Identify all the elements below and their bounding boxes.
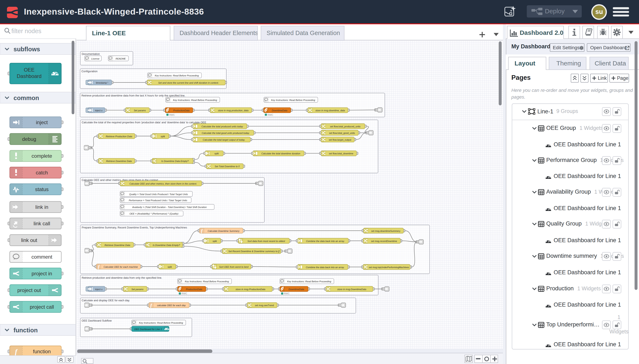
svg-text:Is Downtime Data Empty?: Is Downtime Data Empty? — [153, 244, 180, 246]
svg-text:link call: link call — [34, 221, 50, 226]
svg-text:Key Instructions: Read Before: Key Instructions: Read Before Proceeding — [139, 322, 183, 324]
svg-text:set msg.recentDowntime: set msg.recentDowntime — [371, 240, 397, 242]
svg-text:Calculate the total of the req: Calculate the total of the required prop… — [82, 121, 206, 124]
svg-text:Quality = Total Good Units Pro: Quality = Total Good Units Produced / To… — [129, 193, 188, 195]
svg-text:RWC: RWC — [284, 292, 289, 295]
svg-text:Availavity = (Total Shift Dura: Availavity = (Total Shift Duration - Tot… — [132, 206, 207, 208]
svg-text:function: function — [14, 327, 38, 334]
svg-text:set flow.total_downtime: set flow.total_downtime — [329, 152, 353, 155]
svg-text:Calculate the total downtime d: Calculate the total downtime duration — [261, 152, 300, 155]
svg-text:Set params: Set params — [131, 288, 144, 290]
svg-text:Sort OEE from worst to best: Sort OEE from worst to best — [219, 266, 249, 268]
svg-text:Combine the data back into an: Combine the data back into an array. — [306, 266, 345, 268]
svg-text:store in msg.ProductionData: store in msg.ProductionData — [235, 288, 265, 290]
svg-text:Dashboard: Dashboard — [17, 73, 42, 79]
svg-text:inject υ: inject υ — [95, 288, 103, 290]
svg-text:RWC: RWC — [181, 292, 187, 295]
svg-text:Performance = Total Produced U: Performance = Total Produced Units / Tot… — [129, 199, 187, 202]
svg-text:set flow.total_good_units: set flow.total_good_units — [329, 132, 355, 134]
svg-text:project call: project call — [30, 304, 54, 310]
svg-text:link in: link in — [35, 204, 48, 210]
svg-text:complete: complete — [32, 153, 52, 159]
svg-text:Calculate OEE and other metric: Calculate OEE and other metrics, then st… — [129, 182, 197, 185]
svg-text:store in msg.production_data: store in msg.production_data — [218, 109, 248, 112]
svg-text:debug: debug — [22, 136, 36, 142]
svg-text:Prepare Downtime Summary, Rece: Prepare Downtime Summary, Recent Downtim… — [82, 226, 187, 229]
svg-text:split: split — [168, 266, 172, 268]
svg-text:Key Instructions: Read Before: Key Instructions: Read Before Proceeding — [271, 98, 315, 101]
svg-text:Configuration: Configuration — [81, 70, 97, 73]
svg-text:ProductionData: ProductionData — [173, 109, 189, 112]
svg-text:Set and store the current line: Set and store the current line and shift… — [158, 81, 219, 84]
svg-text:inject υ: inject υ — [95, 109, 103, 112]
svg-text:Retrieve Downtime Data: Retrieve Downtime Data — [106, 160, 132, 162]
svg-text:DowntimeData: DowntimeData — [289, 288, 304, 290]
svg-text:link out: link out — [21, 237, 37, 243]
svg-text:Key Instructions: Read Before: Key Instructions: Read Before Proceeding — [287, 280, 331, 283]
svg-text:timestamp ¹: timestamp ¹ — [96, 81, 108, 84]
svg-text:Retrieve production and downti: Retrieve production and downtime data fr… — [81, 94, 185, 97]
svg-text:split: split — [214, 152, 219, 155]
svg-text:Combine the data back into an: Combine the data back into an array. — [306, 240, 345, 242]
svg-text:Key Instructions: Read Before: Key Instructions: Read Before Proceeding — [185, 280, 229, 283]
svg-text:project in: project in — [32, 271, 52, 276]
svg-text:OEE = (Availability) * (Perfor: OEE = (Availability) * (Performance) * (… — [130, 212, 179, 215]
svg-text:Sort data from most recent to: Sort data from most recent to oldest — [247, 240, 285, 242]
svg-text:Set Recent Downtime & Downtime: Set Recent Downtime & Downtime summery t… — [228, 250, 279, 252]
svg-text:Calculate the total good units: Calculate the total good units produced … — [202, 132, 249, 134]
svg-text:Is Downtime Data Empty?: Is Downtime Data Empty? — [161, 160, 189, 162]
svg-text:Key Instructions: Read Before: Key Instructions: Read Before Proceeding — [173, 98, 217, 101]
svg-text:store in msg.downtime_data: store in msg.downtime_data — [315, 109, 345, 112]
svg-text:Calculate and display OEE for: Calculate and display OEE for each day. — [82, 299, 130, 302]
svg-text:set msg.topUnderPerformingMach: set msg.topUnderPerformingMachines — [369, 266, 409, 268]
svg-text:catch: catch — [36, 170, 48, 176]
svg-text:Set Total Downtime to 0: Set Total Downtime to 0 — [215, 165, 240, 168]
svg-text:comment: comment — [32, 254, 52, 260]
svg-text:set msg.downtimeSummery: set msg.downtimeSummery — [371, 230, 400, 232]
svg-text:set flow.total_produced_units: set flow.total_produced_units — [330, 125, 361, 128]
svg-text:split: split — [213, 240, 217, 242]
svg-text:OEE Dashboard for Line 1: OEE Dashboard for Line 1 — [134, 328, 162, 330]
svg-text:store in msg.DowntimeData: store in msg.DowntimeData — [337, 288, 366, 290]
svg-text:ProductionData: ProductionData — [186, 288, 202, 290]
svg-text:RWC: RWC — [267, 114, 273, 116]
svg-text:Documentation: Documentation — [82, 52, 100, 56]
svg-text:calculate OEE for each day: calculate OEE for each day — [157, 304, 186, 306]
svg-text:Retrieve Production Data: Retrieve Production Data — [106, 135, 132, 138]
svg-text:OEE Dashboard Subflow: OEE Dashboard Subflow — [82, 319, 112, 322]
svg-text:DowntimeData: DowntimeData — [272, 109, 287, 112]
svg-text:Retrieve production and downti: Retrieve production and downtime data fr… — [82, 276, 162, 279]
svg-text:Key Instructions: Read Before: Key Instructions: Read Before Proceeding — [155, 74, 199, 77]
svg-text:status: status — [35, 186, 49, 192]
svg-text:Retrieve Downtime Data: Retrieve Downtime Data — [105, 244, 130, 246]
svg-text:OEE: OEE — [24, 67, 35, 73]
svg-text:inject: inject — [36, 120, 48, 125]
svg-text:subflows: subflows — [14, 46, 40, 52]
svg-text:function: function — [33, 348, 51, 354]
svg-text:Set params: Set params — [134, 109, 146, 112]
svg-text:project out: project out — [17, 287, 41, 293]
svg-text:set msg.oeeTrend: set msg.oeeTrend — [255, 304, 274, 306]
svg-text:Calculate OEE for each machine: Calculate OEE for each machine — [104, 266, 138, 268]
svg-text:Calculate the total target out: Calculate the total target output of tod… — [203, 138, 245, 141]
svg-text:split: split — [161, 135, 165, 138]
svg-text:README: README — [116, 57, 126, 60]
svg-text:Calculate the total produced u: Calculate the total produced units today — [201, 125, 243, 128]
svg-text:set flow.target_output: set flow.target_output — [329, 138, 352, 141]
svg-text:RWC: RWC — [169, 114, 175, 116]
svg-text:License: License — [91, 57, 100, 60]
svg-text:Calculate Downtime Summery: Calculate Downtime Summery — [208, 230, 240, 232]
svg-text:common: common — [14, 94, 39, 101]
